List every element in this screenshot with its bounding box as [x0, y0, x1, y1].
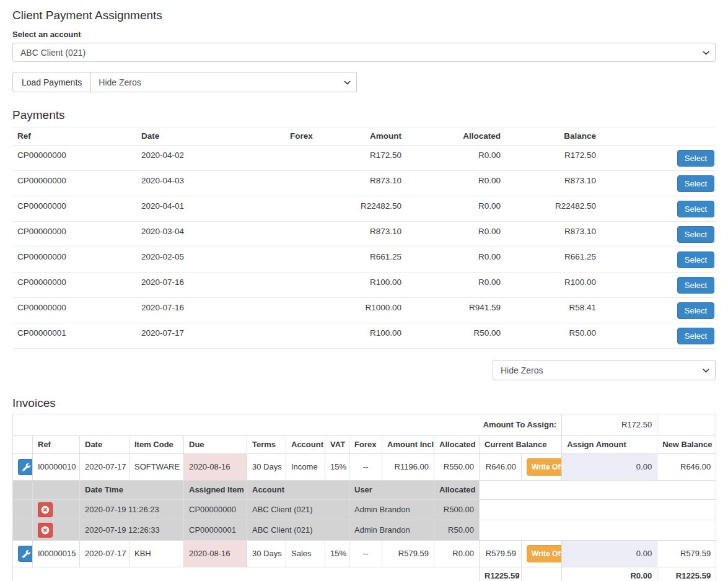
select-payment-button[interactable]: Select	[677, 328, 714, 344]
payment-amount-cell: R873.10	[316, 222, 406, 247]
detail-action-header	[33, 481, 80, 500]
payment-date-cell: 2020-04-02	[136, 146, 285, 171]
detail-col-allocated: Allocated	[434, 481, 480, 500]
payment-ref-cell: CP00000001	[12, 323, 136, 349]
select-payment-button[interactable]: Select	[677, 302, 714, 319]
edit-invoice-button[interactable]	[18, 546, 33, 562]
col-header-inv-forex: Forex	[349, 436, 382, 454]
invoice-amount-incl-cell: R579.59	[382, 541, 434, 567]
detail-spacer-cell	[13, 500, 33, 520]
payment-forex-cell	[285, 222, 316, 247]
invoice-assign-amount-cell[interactable]: 0.00	[562, 541, 657, 567]
payment-forex-cell	[285, 171, 316, 196]
payment-balance-cell: R172.50	[506, 146, 601, 171]
col-header-vat: VAT	[325, 436, 349, 454]
invoice-amount-incl-cell: R1196.00	[382, 454, 434, 481]
assignment-account-cell: ABC Client (021)	[247, 520, 349, 541]
invoices-header-row: Ref Date Item Code Due Terms Account VAT…	[13, 436, 716, 454]
col-header-item-code: Item Code	[129, 436, 184, 454]
payment-row: CP00000000 2020-07-16 R1000.00 R941.59 R…	[12, 298, 716, 323]
invoice-account-cell: Income	[286, 454, 325, 481]
payment-action-cell: Select	[601, 298, 716, 323]
payment-ref-cell: CP00000000	[12, 273, 136, 298]
col-header-new-balance: New Balance	[657, 436, 716, 454]
write-off-button[interactable]: Write Off	[527, 545, 562, 562]
invoice-new-balance-cell: R579.59	[657, 541, 716, 567]
invoice-terms-cell: 30 Days	[247, 454, 286, 481]
payment-allocated-cell: R941.59	[406, 298, 506, 323]
assignment-row: 2020-07-19 11:26:23 CP00000000 ABC Clien…	[13, 500, 716, 520]
payment-forex-cell	[285, 146, 316, 171]
col-header-ref: Ref	[12, 128, 136, 146]
assignment-row: 2020-07-19 12:26:33 CP00000001 ABC Clien…	[13, 520, 716, 541]
hide-zeros-select-bottom[interactable]: Hide Zeros	[493, 360, 716, 380]
amount-to-assign-empty	[657, 414, 716, 436]
assignment-item-cell: CP00000000	[184, 500, 247, 520]
assignment-action-cell	[33, 520, 80, 541]
assignment-datetime-cell: 2020-07-19 12:26:33	[80, 520, 184, 541]
payment-action-cell: Select	[601, 146, 716, 171]
select-payment-button[interactable]: Select	[677, 251, 714, 268]
edit-invoice-button[interactable]	[18, 459, 33, 475]
col-header-terms: Terms	[247, 436, 286, 454]
payment-balance-cell: R661.25	[506, 247, 601, 273]
payment-forex-cell	[285, 298, 316, 323]
payment-amount-cell: R172.50	[316, 146, 406, 171]
assignment-user-cell: Admin Brandon	[349, 520, 434, 541]
invoice-assign-amount-cell[interactable]: 0.00	[562, 454, 657, 481]
remove-assignment-button[interactable]	[38, 523, 53, 538]
col-header-inv-date: Date	[80, 436, 129, 454]
select-payment-button[interactable]: Select	[677, 150, 714, 167]
detail-col-user: User	[349, 481, 434, 500]
account-select-wrap: ABC Client (021)	[12, 43, 716, 62]
payments-header-row: Ref Date Forex Amount Allocated Balance	[12, 128, 716, 146]
col-header-amount-incl: Amount Incl	[382, 436, 434, 454]
payment-row: CP00000000 2020-03-04 R873.10 R0.00 R873…	[12, 222, 716, 247]
payment-amount-cell: R100.00	[316, 323, 406, 349]
select-payment-button[interactable]: Select	[677, 226, 714, 243]
account-select[interactable]: ABC Client (021)	[12, 43, 716, 62]
detail-col-date-time: Date Time	[80, 481, 184, 500]
load-payments-button[interactable]: Load Payments	[12, 72, 91, 92]
detail-tail-cell	[480, 520, 716, 541]
payment-allocated-cell: R50.00	[406, 323, 506, 349]
invoice-vat-cell: 15%	[325, 541, 349, 567]
invoice-tools-cell	[13, 541, 33, 567]
payment-date-cell: 2020-07-17	[136, 323, 285, 349]
assignment-allocated-cell: R50.00	[434, 520, 480, 541]
remove-assignment-button[interactable]	[38, 502, 53, 517]
invoice-writeoff-cell: Write Off	[522, 541, 562, 567]
col-header-inv-ref: Ref	[33, 436, 80, 454]
detail-tail-cell	[480, 500, 716, 520]
col-header-tools	[13, 436, 33, 454]
invoice-terms-cell: 30 Days	[247, 541, 286, 567]
detail-col-account: Account	[247, 481, 349, 500]
payment-amount-cell: R100.00	[316, 273, 406, 298]
col-header-account: Account	[286, 436, 325, 454]
amount-to-assign-row: Amount To Assign: R172.50	[13, 414, 716, 436]
write-off-button[interactable]: Write Off	[527, 458, 562, 476]
payment-balance-cell: R50.00	[506, 323, 601, 349]
payment-date-cell: 2020-02-05	[136, 247, 285, 273]
col-header-action	[601, 128, 716, 146]
payment-forex-cell	[285, 323, 316, 349]
select-payment-button[interactable]: Select	[677, 201, 714, 217]
totals-row: R1225.59 R0.00 R1225.59	[13, 567, 716, 581]
payment-balance-cell: R58.41	[506, 298, 601, 323]
invoice-forex-cell: --	[349, 454, 382, 481]
payment-date-cell: 2020-04-03	[136, 171, 285, 196]
hide-zeros-select-top[interactable]: Hide Zeros	[90, 72, 357, 92]
invoices-heading: Invoices	[12, 396, 716, 410]
col-header-amount: Amount	[316, 128, 406, 146]
totals-current-balance: R1225.59	[480, 567, 522, 581]
remove-icon	[41, 505, 50, 514]
select-payment-button[interactable]: Select	[677, 277, 714, 294]
payment-amount-cell: R873.10	[316, 171, 406, 196]
invoice-due-cell: 2020-08-16	[184, 541, 247, 567]
payment-date-cell: 2020-07-16	[136, 298, 285, 323]
col-header-forex: Forex	[285, 128, 316, 146]
payment-action-cell: Select	[601, 323, 716, 349]
invoice-date-cell: 2020-07-17	[80, 541, 129, 567]
select-payment-button[interactable]: Select	[677, 175, 714, 192]
invoice-vat-cell: 15%	[325, 454, 349, 481]
